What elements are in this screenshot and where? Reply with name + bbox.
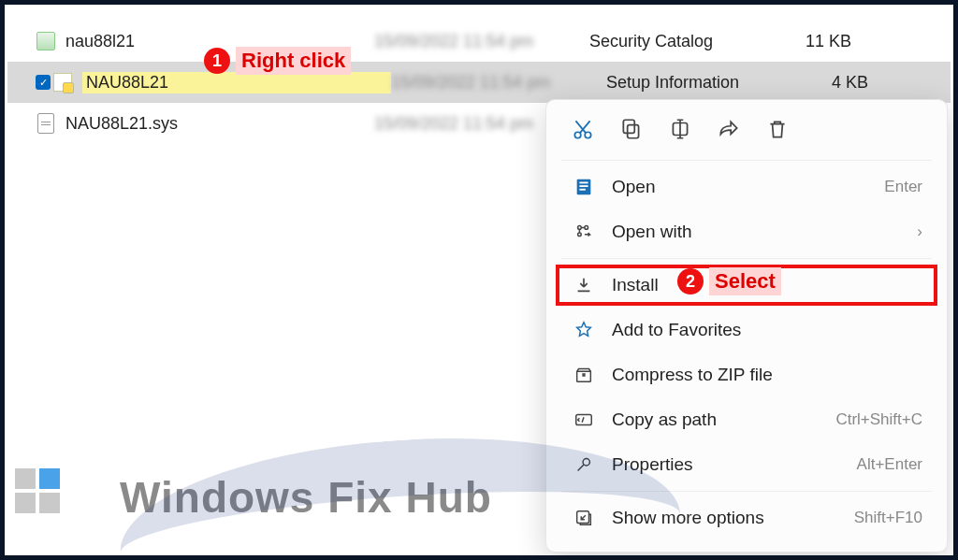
menu-copy-path[interactable]: Copy as path Ctrl+Shift+C	[546, 397, 947, 442]
menu-label: Compress to ZIP file	[612, 365, 922, 385]
watermark-logo-icon	[15, 468, 60, 513]
menu-label: Properties	[612, 454, 857, 475]
annotation-badge: 2	[677, 268, 704, 294]
context-menu: Open Enter Open with › Install Add to Fa…	[545, 99, 948, 553]
menu-label: Copy as path	[612, 409, 835, 430]
file-date: 15/09/2022 11:54 pm	[391, 73, 606, 93]
svg-rect-7	[579, 185, 588, 187]
svg-point-10	[585, 226, 588, 230]
svg-rect-2	[628, 125, 639, 138]
menu-label: Add to Favorites	[612, 320, 922, 340]
share-icon[interactable]	[717, 117, 741, 145]
delete-icon[interactable]	[765, 117, 790, 145]
file-row[interactable]: nau88l21 15/09/2022 11:54 pm Security Ca…	[7, 21, 951, 62]
file-type: Setup Information	[606, 73, 803, 93]
svg-point-11	[578, 233, 582, 237]
window-frame: nau88l21 15/09/2022 11:54 pm Security Ca…	[2, 2, 956, 558]
path-icon	[571, 409, 597, 430]
menu-separator	[561, 160, 932, 161]
watermark-text: Windows Fix Hub	[120, 472, 492, 523]
menu-separator	[561, 258, 932, 259]
svg-rect-8	[579, 189, 585, 191]
file-date: 15/09/2022 11:54 pm	[374, 32, 589, 51]
open-with-icon	[571, 222, 597, 242]
menu-label: Open with	[612, 222, 917, 242]
menu-open-with[interactable]: Open with ›	[546, 209, 947, 254]
menu-shortcut: Alt+Enter	[857, 455, 922, 474]
star-icon	[571, 320, 597, 340]
menu-show-more[interactable]: Show more options Shift+F10	[546, 495, 947, 540]
inf-file-icon	[52, 72, 73, 93]
svg-point-9	[578, 226, 582, 230]
context-menu-quick-actions	[546, 109, 947, 156]
open-icon	[571, 177, 597, 197]
properties-icon	[571, 454, 597, 475]
chevron-right-icon: ›	[917, 223, 922, 241]
file-size: 11 KB	[786, 32, 861, 51]
rename-icon[interactable]	[668, 117, 692, 145]
zip-icon	[571, 365, 597, 385]
annotation-badge: 1	[204, 48, 230, 74]
menu-compress[interactable]: Compress to ZIP file	[546, 352, 947, 397]
file-name: NAU88L21.sys	[65, 114, 374, 134]
annotation-step-1: 1 Right click	[204, 47, 351, 75]
menu-shortcut: Enter	[884, 178, 922, 196]
menu-favorites[interactable]: Add to Favorites	[546, 308, 947, 352]
catalog-file-icon	[36, 31, 56, 51]
menu-shortcut: Shift+F10	[854, 509, 922, 527]
menu-label: Open	[612, 177, 884, 197]
menu-separator	[561, 491, 932, 492]
annotation-text: Right click	[236, 47, 351, 75]
svg-rect-3	[623, 120, 634, 133]
file-row-selected[interactable]: ✓ NAU88L21 15/09/2022 11:54 pm Setup Inf…	[7, 62, 951, 103]
menu-shortcut: Ctrl+Shift+C	[835, 410, 922, 429]
copy-icon[interactable]	[619, 117, 644, 145]
more-icon	[571, 508, 597, 528]
menu-open[interactable]: Open Enter	[546, 165, 947, 209]
menu-label: Show more options	[612, 508, 854, 528]
svg-point-13	[583, 459, 589, 466]
sys-file-icon	[36, 113, 56, 134]
annotation-step-2: 2 Select	[677, 267, 781, 295]
annotation-text: Select	[709, 267, 781, 295]
cut-icon[interactable]	[571, 117, 595, 145]
menu-properties[interactable]: Properties Alt+Enter	[546, 442, 947, 487]
file-size: 4 KB	[803, 73, 878, 93]
svg-rect-6	[579, 182, 588, 184]
file-type: Security Catalog	[589, 32, 786, 51]
file-explorer: nau88l21 15/09/2022 11:54 pm Security Ca…	[7, 7, 951, 553]
install-icon	[571, 275, 597, 295]
checkbox-icon[interactable]: ✓	[36, 75, 51, 90]
